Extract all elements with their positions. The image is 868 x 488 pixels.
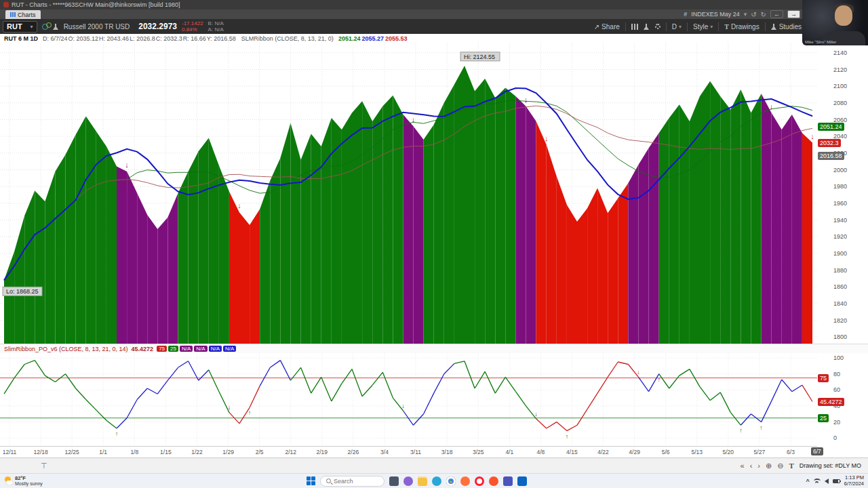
firefox-icon[interactable] (460, 476, 470, 486)
edge-icon[interactable] (432, 476, 441, 486)
person-face (835, 5, 852, 26)
svg-text:↓: ↓ (810, 132, 814, 140)
wifi-icon[interactable] (814, 479, 821, 483)
undo-icon[interactable]: ↺ (751, 11, 756, 18)
price-axis-label: 2100 (833, 83, 847, 89)
lower-study-value: 45.4272 (132, 346, 154, 352)
ohlc-field: H: 2043.46 (99, 35, 129, 42)
time-axis-label: 12/11 (3, 449, 17, 455)
svg-text:↓: ↓ (770, 102, 774, 110)
copilot-icon[interactable] (403, 476, 413, 486)
restore-panel-icon[interactable]: ⊤ (41, 462, 47, 470)
price-axis-label: 2000 (833, 167, 847, 174)
time-axis-label: 1/15 (160, 449, 172, 455)
nav-forward-button[interactable]: → (787, 10, 800, 18)
patterns-icon[interactable] (631, 24, 638, 30)
weather-temp: 82°F (15, 476, 43, 481)
svg-text:↓: ↓ (637, 369, 640, 375)
time-axis-label: 2/5 (256, 449, 264, 455)
study-param-chip: 25 (168, 346, 178, 352)
window-titlebar[interactable]: RUT - Charts - *****963SCHW Main@thinkor… (0, 0, 868, 9)
svg-text:↓: ↓ (545, 134, 549, 142)
time-axis-label: 2/19 (317, 449, 328, 455)
tray-chevron-icon[interactable]: ^ (806, 478, 810, 485)
style-button[interactable]: Style ▾ (693, 23, 713, 30)
time-axis-label: 2/12 (285, 449, 296, 455)
chrome-icon[interactable] (446, 476, 456, 486)
time-axis-label: 5/6 (662, 449, 670, 455)
oscillator-axis[interactable]: 1008060402007545.427225 (817, 353, 868, 446)
oscillator-chart[interactable]: ↑↓↑↓↓↑↓↑↑↑ (0, 353, 817, 446)
time-axis-label: 4/15 (566, 449, 578, 455)
fast-back-icon[interactable]: « (741, 462, 745, 470)
tab-bar: Charts # INDEXES May 24 ▾ ↺ ↻ ← → (0, 9, 868, 19)
study-param-chip: N/A (209, 346, 222, 352)
battery-icon[interactable] (833, 479, 840, 483)
volume-icon[interactable] (825, 479, 829, 484)
symbol-description: Russell 2000 TR USD (64, 23, 130, 30)
taskbar-clock[interactable]: 1:13 PM 6/7/2024 (844, 475, 864, 487)
svg-text:↑: ↑ (115, 430, 119, 437)
studies-button[interactable]: Studies (771, 23, 802, 30)
current-date-chip: 6/7 (811, 447, 823, 455)
ohlc-field: L: 2026.8 (130, 35, 155, 42)
svg-text:↑: ↑ (566, 433, 569, 440)
zoom-out-icon[interactable]: ⊖ (777, 462, 783, 470)
time-axis-label: 1/1 (99, 449, 107, 455)
study-label[interactable]: SLMRibbon (CLOSE, 8, 13, 21, 0) (241, 35, 334, 42)
price-chart[interactable]: ↓↓↓↓↓↓↓Hi: 2124.55Lo: 1868.25 (0, 43, 817, 344)
share-button[interactable]: ↗ Share (594, 23, 620, 30)
ohlc-field: R: 16.66 (183, 35, 206, 42)
beaker-icon[interactable] (53, 24, 59, 30)
text-tool-icon[interactable]: T (789, 462, 793, 470)
teams-icon[interactable] (503, 476, 513, 486)
lower-study-label[interactable]: SlimRibbon_PO_v6 (CLOSE, 8, 13, 21, 0, 1… (4, 346, 128, 352)
price-axis[interactable]: 2140212021002080206020402020200019801960… (817, 43, 868, 344)
time-axis[interactable]: 12/1112/1812/251/11/81/151/221/292/52/12… (0, 446, 817, 458)
file-explorer-icon[interactable] (418, 476, 427, 486)
chart-ohlc-header: RUT 6 M 1D D: 6/7/24O: 2035.12H: 2043.46… (0, 34, 868, 43)
link-icon[interactable] (42, 24, 48, 30)
taskbar-search[interactable] (320, 476, 384, 487)
price-axis-label: 2120 (833, 66, 847, 73)
analysis-beaker-icon[interactable] (644, 24, 650, 30)
price-axis-chip: 2016.58 (818, 152, 844, 160)
task-view-icon[interactable] (389, 476, 399, 486)
text-tool-icon: T (724, 23, 729, 30)
price-axis-label: 2140 (833, 49, 847, 56)
zoom-in-icon[interactable]: ⊕ (766, 462, 772, 470)
lower-study-chips: 7525N/AN/AN/AN/A (157, 345, 237, 352)
webcam-caption: Mike "Slim" Miller (805, 40, 836, 44)
gear-icon[interactable] (655, 24, 660, 29)
studies-beaker-icon (771, 24, 777, 30)
ohlc-field: C: 2032.3 (156, 35, 182, 42)
drawings-button[interactable]: T Drawings (724, 23, 759, 30)
drawing-set-selector[interactable]: Drawing set: #DLY MO (800, 462, 861, 469)
timeframe-button[interactable]: D ▾ (672, 23, 682, 30)
search-input[interactable] (334, 478, 381, 485)
timeframe-label: D (672, 23, 677, 30)
time-axis-label: 4/1 (505, 449, 513, 455)
watchlist-hash-icon: # (684, 11, 687, 18)
brave-icon[interactable] (489, 476, 498, 486)
start-button[interactable] (307, 476, 315, 485)
time-axis-label: 1/22 (191, 449, 203, 455)
watchlist-selector[interactable]: INDEXES May 24 (691, 11, 740, 18)
tab-charts[interactable]: Charts (5, 10, 41, 19)
pan-right-icon[interactable]: › (757, 462, 760, 470)
time-axis-label: 3/25 (473, 449, 484, 455)
ribbon-value: 2055.53 (385, 35, 408, 42)
redo-icon[interactable]: ↻ (761, 11, 766, 18)
time-axis-label: 12/18 (33, 449, 47, 455)
opera-icon[interactable] (475, 476, 484, 486)
symbol-input[interactable]: RUT ▾ (3, 21, 37, 33)
outlook-icon[interactable] (517, 476, 527, 486)
search-icon (326, 479, 331, 483)
pan-left-icon[interactable]: ‹ (750, 462, 753, 470)
taskbar-weather[interactable]: 82°F Mostly sunny (4, 476, 43, 487)
ribbon-value: 2051.24 (338, 35, 361, 42)
price-axis-label: 1880 (833, 267, 847, 274)
nav-back-button[interactable]: ← (770, 10, 783, 18)
price-axis-label: 1920 (833, 233, 847, 240)
time-axis-label: 1/8 (130, 449, 138, 455)
